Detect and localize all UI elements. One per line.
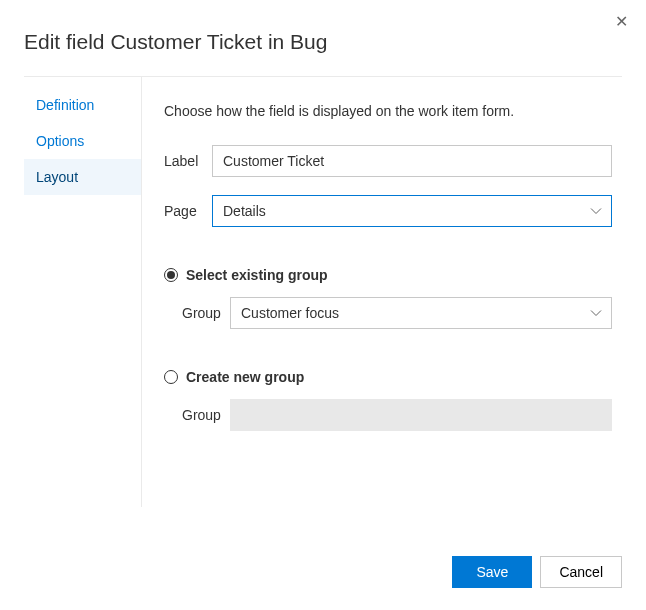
- tab-options[interactable]: Options: [24, 123, 141, 159]
- tab-layout[interactable]: Layout: [24, 159, 141, 195]
- radio-icon: [164, 268, 178, 282]
- page-select-value: Details: [223, 203, 266, 219]
- dialog-footer: Save Cancel: [452, 556, 622, 588]
- label-input[interactable]: [212, 145, 612, 177]
- content-panel: Choose how the field is displayed on the…: [142, 77, 622, 507]
- radio-new-label: Create new group: [186, 369, 304, 385]
- page-field-label: Page: [164, 203, 212, 219]
- group-select-value: Customer focus: [241, 305, 339, 321]
- description-text: Choose how the field is displayed on the…: [164, 103, 612, 119]
- label-field-label: Label: [164, 153, 212, 169]
- tab-definition[interactable]: Definition: [24, 87, 141, 123]
- cancel-button[interactable]: Cancel: [540, 556, 622, 588]
- page-select[interactable]: Details: [212, 195, 612, 227]
- sidebar: Definition Options Layout: [24, 77, 142, 507]
- group-existing-label: Group: [182, 305, 230, 321]
- radio-create-new[interactable]: Create new group: [164, 369, 612, 385]
- group-select[interactable]: Customer focus: [230, 297, 612, 329]
- radio-existing-label: Select existing group: [186, 267, 328, 283]
- close-button[interactable]: ✕: [611, 10, 632, 34]
- dialog-title: Edit field Customer Ticket in Bug: [0, 0, 646, 76]
- group-new-input: [230, 399, 612, 431]
- group-new-label: Group: [182, 407, 230, 423]
- close-icon: ✕: [615, 13, 628, 30]
- save-button[interactable]: Save: [452, 556, 532, 588]
- radio-icon: [164, 370, 178, 384]
- radio-select-existing[interactable]: Select existing group: [164, 267, 612, 283]
